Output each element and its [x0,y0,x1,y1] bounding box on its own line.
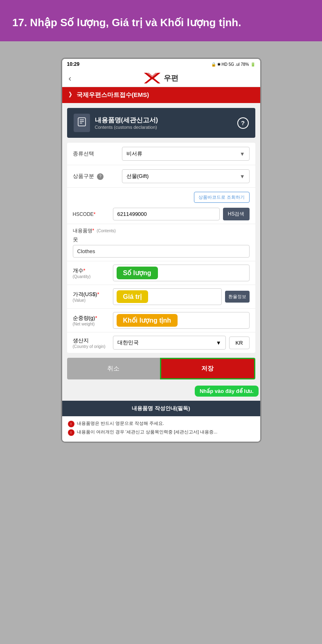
nav-logo: 우편 [144,73,178,83]
btn-row: 취소 저장 [67,358,255,379]
page-header: 17. Nhập Số lượng, Giá trị và Khối lượng… [0,0,322,41]
type-label: 종류선택 [73,150,122,157]
hscode-required: * [94,211,96,217]
info-text-2: 내용품이 여러개인 경우 '세관신고 상품목인력중 [세관신고서] 내용증... [77,429,218,435]
hscode-input[interactable] [113,208,220,220]
contents-ko-text: 옷 [73,236,250,243]
back-button[interactable]: ‹ [69,74,72,83]
hscode-row: HSCODE* HS검색 [67,204,255,224]
product-row: 상품구분 ? 선물(Gift) ▼ [67,165,255,188]
info-items: ! 내용품명은 반드시 영문으로 작성해 주세요. ! 내용품이 여러개인 경우… [62,416,260,442]
value-input-wrapper[interactable]: Giá trị [113,288,222,305]
quantity-label: 개수* (Quantity) [73,267,110,279]
battery-indicator: 78% [241,62,249,67]
exchange-button[interactable]: 환율정보 [225,291,250,303]
help-button[interactable]: ? [237,117,249,129]
origin-row: 생산지 (Country of origin) 대한민국 ▼ KR [67,332,255,353]
type-select[interactable]: 비서류 ▼ [122,147,250,161]
product-value: 선물(Gift) [126,173,149,180]
save-annotation-wrapper: Nhấp vào đây để lưu. [195,388,259,394]
section-title-ko: 내용품명(세관신고서) [95,116,232,125]
info-item-1: ! 내용품명은 반드시 영문으로 작성해 주세요. [68,420,254,427]
value-highlight: Giá trị [117,290,149,303]
page-background: 17. Nhập Số lượng, Giá trị và Khối lượng… [0,0,322,459]
form-area: 종류선택 비서류 ▼ 상품구분 ? [67,143,255,353]
weight-label: 순중량(g)* (Net weight) [73,314,110,326]
quantity-highlight: Số lượng [117,267,158,279]
svg-rect-2 [78,118,86,126]
product-label-ko: 상품구분 ? [73,173,122,180]
status-icons: 🔒 ✱ HD 5G .ul 78% 🔋 [211,62,255,67]
barcode-row: 상품바코드로 조회하기 [67,188,255,204]
page-title: 17. Nhập Số lượng, Giá trị và Khối lượng… [12,16,310,29]
weight-highlight: Khối lượng tịnh [117,314,178,327]
barcode-button[interactable]: 상품바코드로 조회하기 [194,192,249,203]
bottom-info-title: 내용품명 작성안내(필독) [62,401,260,416]
hs-search-button[interactable]: HS검색 [223,208,250,220]
button-area: 취소 저장 Nhấp vào đây để lưu. [67,358,255,379]
kpost-logo-icon [144,73,160,83]
save-button[interactable]: 저장 [160,358,255,379]
cancel-button[interactable]: 취소 [67,358,160,379]
origin-arrow-icon: ▼ [216,340,221,346]
status-icons-text: 🔒 ✱ HD 5G .ul [211,62,239,67]
save-annotation-bubble: Nhấp vào đây để lưu. [195,386,259,397]
battery-icon: 🔋 [250,62,255,67]
red-bar-label: 》 국제우편스마트접수(EMS) [69,91,149,99]
info-text-1: 내용품명은 반드시 영문으로 작성해 주세요. [77,420,164,426]
value-label: 가격(US$)* (Value) [73,291,110,303]
section-title-block: 내용품명(세관신고서) Contents (customs declaratio… [95,116,232,130]
product-arrow-icon: ▼ [240,173,245,180]
status-time: 10:29 [67,61,80,67]
origin-code: KR [229,337,250,349]
origin-select[interactable]: 대한민국 ▼ [113,336,226,350]
phone-frame: 10:29 🔒 ✱ HD 5G .ul 78% 🔋 ‹ 우 [61,58,261,443]
info-item-2: ! 내용품이 여러개인 경우 '세관신고 상품목인력중 [세관신고서] 내용증.… [68,429,254,436]
value-row: 가격(US$)* (Value) Giá trị 환율정보 [67,285,255,309]
product-select[interactable]: 선물(Gift) ▼ [122,169,250,183]
weight-row: 순중량(g)* (Net weight) Khối lượng tịnh [67,309,255,332]
type-row: 종류선택 비서류 ▼ [67,143,255,165]
section-header: 내용품명(세관신고서) Contents (customs declaratio… [67,108,255,138]
type-arrow-icon: ▼ [240,151,245,157]
nav-bar: ‹ 우편 [62,70,260,87]
type-label-ko: 종류선택 [73,150,122,157]
origin-label: 생산지 (Country of origin) [73,337,110,349]
type-value: 비서류 [126,150,142,157]
hscode-label: HSCODE* [73,211,110,217]
contents-input[interactable] [73,245,250,258]
phone-wrapper: 10:29 🔒 ✱ HD 5G .ul 78% 🔋 ‹ 우 [0,41,322,459]
contents-label-ko: 내용품명* [73,227,95,234]
origin-value: 대한민국 [117,339,139,346]
red-bar: 》 국제우편스마트접수(EMS) [62,87,260,103]
contents-label-en: (Contents) [97,229,116,233]
section-title-en: Contents (customs declaration) [95,125,232,130]
info-icon-2: ! [68,429,74,436]
app-title: 우편 [164,73,178,83]
contents-icon [74,114,90,132]
status-bar: 10:29 🔒 ✱ HD 5G .ul 78% 🔋 [62,59,260,70]
product-help-btn[interactable]: ? [97,173,104,180]
quantity-input-wrapper[interactable]: Số lượng [113,265,250,281]
weight-input-wrapper[interactable]: Khối lượng tịnh [113,312,250,329]
contents-row: 내용품명* (Contents) 옷 [67,224,255,261]
info-icon-1: ! [68,421,74,427]
svg-marker-1 [144,73,160,80]
product-label: 상품구분 ? [73,173,122,180]
quantity-row: 개수* (Quantity) Số lượng [67,261,255,285]
